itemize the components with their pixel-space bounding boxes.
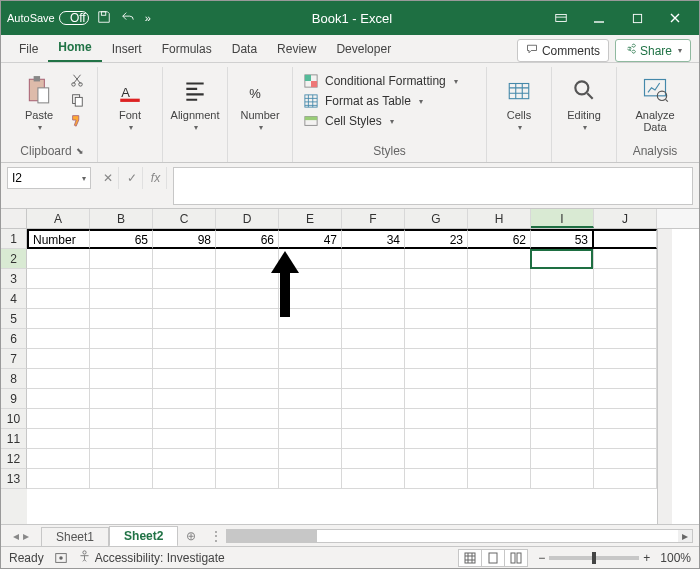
col-header-H[interactable]: H — [468, 209, 531, 228]
find-icon — [568, 73, 600, 107]
svg-rect-1 — [556, 15, 567, 22]
autosave-label: AutoSave — [7, 12, 55, 24]
zoom-slider[interactable]: − + — [538, 551, 650, 565]
copy-icon[interactable] — [67, 93, 87, 107]
accessibility-status[interactable]: Accessibility: Investigate — [78, 550, 225, 566]
save-icon[interactable] — [97, 10, 111, 27]
row-header-5[interactable]: 5 — [1, 309, 27, 329]
row-header-8[interactable]: 8 — [1, 369, 27, 389]
minimize-button[interactable] — [581, 4, 617, 32]
row-header-7[interactable]: 7 — [1, 349, 27, 369]
zoom-out-icon[interactable]: − — [538, 551, 545, 565]
cell-I1[interactable]: 53 — [531, 229, 594, 249]
sheet-tab-nav[interactable]: ◂ ▸ — [1, 529, 41, 543]
tab-file[interactable]: File — [9, 36, 48, 62]
row-header-3[interactable]: 3 — [1, 269, 27, 289]
autosave-switch[interactable]: Off — [59, 11, 89, 25]
macro-record-icon[interactable] — [54, 551, 68, 565]
cell-F1[interactable]: 34 — [342, 229, 405, 249]
ribbon-display-icon[interactable] — [543, 4, 579, 32]
qat-more-icon[interactable]: » — [145, 12, 151, 24]
vertical-scrollbar[interactable] — [657, 229, 672, 524]
alignment-button[interactable]: Alignment ▾ — [173, 69, 217, 132]
cell-B1[interactable]: 65 — [90, 229, 153, 249]
dialog-launcher-icon[interactable]: ⬊ — [76, 146, 84, 156]
analyze-data-button[interactable]: Analyze Data — [627, 69, 683, 133]
sheet-tab-sheet2[interactable]: Sheet2 — [109, 526, 178, 547]
col-header-A[interactable]: A — [27, 209, 90, 228]
autosave-toggle[interactable]: AutoSave Off — [7, 11, 89, 25]
group-cells: Cells ▾ — [487, 67, 552, 162]
row-header-10[interactable]: 10 — [1, 409, 27, 429]
cell-D1[interactable]: 66 — [216, 229, 279, 249]
tab-data[interactable]: Data — [222, 36, 267, 62]
cell-J1[interactable] — [594, 229, 657, 249]
row-header-13[interactable]: 13 — [1, 469, 27, 489]
tab-splitter[interactable]: ⋮ — [210, 529, 222, 543]
undo-icon[interactable] — [121, 10, 135, 27]
svg-point-24 — [59, 556, 63, 560]
editing-button[interactable]: Editing ▾ — [562, 69, 606, 132]
cell-A1[interactable]: Number — [27, 229, 90, 249]
col-header-J[interactable]: J — [594, 209, 657, 228]
row-header-4[interactable]: 4 — [1, 289, 27, 309]
col-header-F[interactable]: F — [342, 209, 405, 228]
new-sheet-button[interactable]: ⊕ — [178, 529, 204, 543]
row-header-9[interactable]: 9 — [1, 389, 27, 409]
normal-view-button[interactable] — [458, 549, 482, 567]
tab-review[interactable]: Review — [267, 36, 326, 62]
scroll-right-icon[interactable]: ▸ — [678, 530, 692, 542]
page-break-view-button[interactable] — [504, 549, 528, 567]
row-header-11[interactable]: 11 — [1, 429, 27, 449]
tab-insert[interactable]: Insert — [102, 36, 152, 62]
col-header-G[interactable]: G — [405, 209, 468, 228]
tab-developer[interactable]: Developer — [326, 36, 401, 62]
zoom-level[interactable]: 100% — [660, 551, 691, 565]
cut-icon[interactable] — [67, 73, 87, 87]
format-as-table-button[interactable]: Format as Table▾ — [303, 93, 476, 109]
format-painter-icon[interactable] — [67, 113, 87, 127]
page-layout-view-button[interactable] — [481, 549, 505, 567]
col-header-C[interactable]: C — [153, 209, 216, 228]
fx-icon[interactable]: fx — [145, 167, 167, 189]
col-header-I[interactable]: I — [531, 209, 594, 228]
chevron-down-icon[interactable]: ▾ — [82, 174, 86, 183]
paste-button[interactable]: Paste ▾ — [17, 69, 61, 132]
cells-grid[interactable]: Number 65 98 66 47 34 23 62 53 — [27, 229, 657, 524]
cells-button[interactable]: Cells ▾ — [497, 69, 541, 132]
cell-G1[interactable]: 23 — [405, 229, 468, 249]
horizontal-scrollbar[interactable]: ◂ ▸ — [226, 529, 693, 543]
cell-E1[interactable]: 47 — [279, 229, 342, 249]
ribbon-tabs: File Home Insert Formulas Data Review De… — [1, 35, 699, 63]
tab-formulas[interactable]: Formulas — [152, 36, 222, 62]
view-buttons — [459, 549, 528, 567]
maximize-button[interactable] — [619, 4, 655, 32]
col-header-E[interactable]: E — [279, 209, 342, 228]
number-button[interactable]: % Number ▾ — [238, 69, 282, 132]
cell-styles-button[interactable]: Cell Styles▾ — [303, 113, 476, 129]
comments-button[interactable]: Comments — [517, 39, 609, 62]
close-button[interactable] — [657, 4, 693, 32]
row-header-2[interactable]: 2 — [1, 249, 27, 269]
cell-C1[interactable]: 98 — [153, 229, 216, 249]
cell-H1[interactable]: 62 — [468, 229, 531, 249]
enter-icon[interactable]: ✓ — [121, 167, 143, 189]
cancel-icon[interactable]: ✕ — [97, 167, 119, 189]
zoom-in-icon[interactable]: + — [643, 551, 650, 565]
name-box[interactable]: I2 ▾ — [7, 167, 91, 189]
share-button[interactable]: Share ▾ — [615, 39, 691, 62]
col-header-D[interactable]: D — [216, 209, 279, 228]
font-button[interactable]: A Font ▾ — [108, 69, 152, 132]
row-header-12[interactable]: 12 — [1, 449, 27, 469]
conditional-formatting-button[interactable]: Conditional Formatting▾ — [303, 73, 476, 89]
alignment-icon — [179, 73, 211, 107]
sheet-tab-sheet1[interactable]: Sheet1 — [41, 527, 109, 546]
select-all-corner[interactable] — [1, 209, 27, 228]
svg-rect-14 — [305, 75, 311, 81]
tab-home[interactable]: Home — [48, 34, 101, 62]
col-header-B[interactable]: B — [90, 209, 153, 228]
row-header-6[interactable]: 6 — [1, 329, 27, 349]
scroll-thumb[interactable] — [227, 530, 317, 542]
row-header-1[interactable]: 1 — [1, 229, 27, 249]
formula-input[interactable] — [173, 167, 693, 205]
